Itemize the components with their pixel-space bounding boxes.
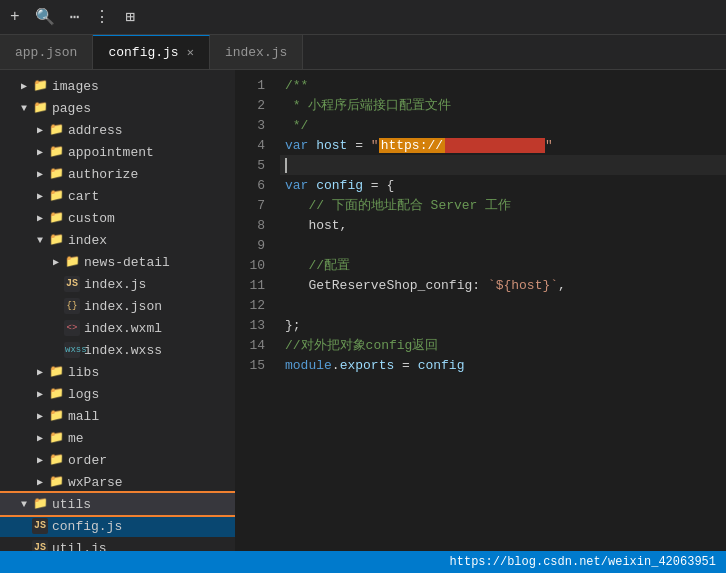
- sidebar-item-cart[interactable]: ▶ 📁 cart: [0, 185, 235, 207]
- folder-arrow-icon: ▼: [16, 499, 32, 510]
- sidebar-item-index-js[interactable]: JS index.js: [0, 273, 235, 295]
- code-line-10: 10 //配置: [235, 255, 726, 275]
- folder-arrow-icon: ▶: [32, 190, 48, 202]
- code-line-5: 5: [235, 155, 726, 175]
- folder-icon: 📁: [48, 452, 64, 468]
- split-icon[interactable]: ⋮: [94, 7, 110, 27]
- sidebar-item-index-wxss[interactable]: wxss index.wxss: [0, 339, 235, 361]
- search-icon[interactable]: 🔍: [35, 7, 55, 27]
- code-content: 1 /** 2 * 小程序后端接口配置文件 3 */ 4 var host = …: [235, 75, 726, 375]
- tab-index-js[interactable]: index.js: [210, 35, 303, 69]
- sidebar-item-pages[interactable]: ▼ 📁 pages: [0, 97, 235, 119]
- sidebar-item-images[interactable]: ▶ 📁 images: [0, 75, 235, 97]
- folder-open-icon: 📁: [32, 100, 48, 116]
- sidebar-item-order[interactable]: ▶ 📁 order: [0, 449, 235, 471]
- tab-config-js[interactable]: config.js ✕: [93, 35, 209, 69]
- code-line-9: 9: [235, 235, 726, 255]
- layout-icon[interactable]: ⊞: [125, 7, 135, 27]
- folder-open-icon: 📁: [48, 232, 64, 248]
- folder-arrow-icon: ▶: [32, 410, 48, 422]
- code-line-13: 13 };: [235, 315, 726, 335]
- code-line-8: 8 host,: [235, 215, 726, 235]
- sidebar-item-custom[interactable]: ▶ 📁 custom: [0, 207, 235, 229]
- folder-arrow-icon: ▶: [32, 366, 48, 378]
- code-line-7: 7 // 下面的地址配合 Server 工作: [235, 195, 726, 215]
- folder-icon: 📁: [48, 474, 64, 490]
- sidebar-item-news-detail[interactable]: ▶ 📁 news-detail: [0, 251, 235, 273]
- sidebar-item-libs[interactable]: ▶ 📁 libs: [0, 361, 235, 383]
- sidebar-item-utils[interactable]: ▼ 📁 utils: [0, 493, 235, 515]
- folder-icon: 📁: [48, 386, 64, 402]
- js-file-icon: JS: [32, 540, 48, 551]
- folder-arrow-icon: ▶: [32, 432, 48, 444]
- folder-icon: 📁: [64, 254, 80, 270]
- more-icon[interactable]: ⋯: [70, 7, 80, 27]
- folder-arrow-icon: ▼: [16, 103, 32, 114]
- js-file-icon: JS: [32, 518, 48, 534]
- tab-label: index.js: [225, 45, 287, 60]
- sidebar-item-appointment[interactable]: ▶ 📁 appointment: [0, 141, 235, 163]
- sidebar-item-authorize[interactable]: ▶ 📁 authorize: [0, 163, 235, 185]
- code-line-11: 11 GetReserveShop_config: `${host}`,: [235, 275, 726, 295]
- folder-arrow-icon: ▶: [32, 146, 48, 158]
- code-line-15: 15 module.exports = config: [235, 355, 726, 375]
- folder-icon: 📁: [48, 408, 64, 424]
- folder-arrow-icon: ▶: [32, 476, 48, 488]
- sidebar-item-util-js[interactable]: JS util.js: [0, 537, 235, 551]
- code-editor[interactable]: 1 /** 2 * 小程序后端接口配置文件 3 */ 4 var host = …: [235, 70, 726, 551]
- code-line-1: 1 /**: [235, 75, 726, 95]
- folder-icon: 📁: [48, 430, 64, 446]
- code-line-2: 2 * 小程序后端接口配置文件: [235, 95, 726, 115]
- add-icon[interactable]: +: [10, 8, 20, 26]
- code-line-4: 4 var host = "https:// ": [235, 135, 726, 155]
- sidebar-item-me[interactable]: ▶ 📁 me: [0, 427, 235, 449]
- folder-icon: 📁: [48, 210, 64, 226]
- sidebar-item-index-json[interactable]: {} index.json: [0, 295, 235, 317]
- tab-label: app.json: [15, 45, 77, 60]
- code-line-12: 12: [235, 295, 726, 315]
- main-area: ▶ 📁 images ▼ 📁 pages ▶ 📁 address ▶ 📁 app…: [0, 70, 726, 551]
- folder-arrow-icon: ▶: [16, 80, 32, 92]
- folder-arrow-icon: ▶: [32, 168, 48, 180]
- folder-arrow-icon: ▶: [32, 124, 48, 136]
- tab-app-json[interactable]: app.json: [0, 35, 93, 69]
- close-tab-icon[interactable]: ✕: [187, 45, 194, 60]
- sidebar-item-index-wxml[interactable]: <> index.wxml: [0, 317, 235, 339]
- folder-icon: 📁: [48, 188, 64, 204]
- json-file-icon: {}: [64, 298, 80, 314]
- code-line-6: 6 var config = {: [235, 175, 726, 195]
- sidebar-item-wxparse[interactable]: ▶ 📁 wxParse: [0, 471, 235, 493]
- folder-icon: 📁: [32, 78, 48, 94]
- tab-label: config.js: [108, 45, 178, 60]
- folder-icon: 📁: [48, 122, 64, 138]
- status-text: https://blog.csdn.net/weixin_42063951: [450, 555, 716, 569]
- folder-arrow-icon: ▶: [32, 388, 48, 400]
- sidebar-item-index[interactable]: ▼ 📁 index: [0, 229, 235, 251]
- js-file-icon: JS: [64, 276, 80, 292]
- tabbar: app.json config.js ✕ index.js: [0, 35, 726, 70]
- folder-icon: 📁: [48, 166, 64, 182]
- folder-arrow-icon: ▶: [48, 256, 64, 268]
- folder-open-icon: 📁: [32, 496, 48, 512]
- sidebar: ▶ 📁 images ▼ 📁 pages ▶ 📁 address ▶ 📁 app…: [0, 70, 235, 551]
- code-line-3: 3 */: [235, 115, 726, 135]
- folder-arrow-icon: ▼: [32, 235, 48, 246]
- sidebar-item-logs[interactable]: ▶ 📁 logs: [0, 383, 235, 405]
- wxml-file-icon: <>: [64, 320, 80, 336]
- sidebar-item-mall[interactable]: ▶ 📁 mall: [0, 405, 235, 427]
- toolbar: + 🔍 ⋯ ⋮ ⊞: [0, 0, 726, 35]
- wxss-file-icon: wxss: [64, 342, 80, 358]
- folder-icon: 📁: [48, 364, 64, 380]
- sidebar-item-config-js[interactable]: JS config.js: [0, 515, 235, 537]
- folder-icon: 📁: [48, 144, 64, 160]
- folder-arrow-icon: ▶: [32, 212, 48, 224]
- code-line-14: 14 //对外把对象config返回: [235, 335, 726, 355]
- folder-arrow-icon: ▶: [32, 454, 48, 466]
- status-bar: https://blog.csdn.net/weixin_42063951: [0, 551, 726, 573]
- sidebar-item-address[interactable]: ▶ 📁 address: [0, 119, 235, 141]
